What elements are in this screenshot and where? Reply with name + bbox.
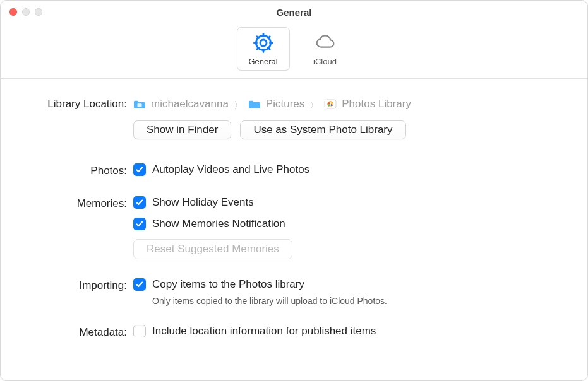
titlebar: General <box>1 1 587 23</box>
photos-app-icon <box>324 99 337 109</box>
show-in-finder-button[interactable]: Show in Finder <box>133 120 231 139</box>
checkbox-icon <box>133 218 146 230</box>
svg-point-0 <box>260 40 267 46</box>
checkbox-icon <box>133 163 146 176</box>
tab-general-label: General <box>248 57 277 66</box>
minimize-icon[interactable] <box>22 8 30 16</box>
importing-note: Only items copied to the library will up… <box>152 296 562 306</box>
chevron-right-icon: 〉 <box>309 100 319 110</box>
checkbox-notification-label: Show Memories Notification <box>152 218 285 230</box>
zoom-icon[interactable] <box>35 8 42 16</box>
checkbox-location-label: Include location information for publish… <box>152 325 376 337</box>
label-photos: Photos: <box>26 163 133 177</box>
tab-general[interactable]: General <box>237 27 290 71</box>
label-library-location: Library Location: <box>26 97 133 110</box>
checkbox-copy-label: Copy items to the Photos library <box>152 278 304 291</box>
checkbox-holiday-events[interactable]: Show Holiday Events <box>133 196 562 209</box>
window-title: General <box>277 7 312 18</box>
row-importing: Importing: Copy items to the Photos libr… <box>26 278 562 306</box>
folder-icon <box>248 99 261 109</box>
checkbox-holiday-label: Show Holiday Events <box>152 196 254 209</box>
svg-point-8 <box>331 104 333 106</box>
svg-rect-3 <box>325 100 336 108</box>
label-memories: Memories: <box>26 196 133 210</box>
traffic-lights <box>9 8 42 16</box>
breadcrumb: michaelcavanna 〉 Pictures 〉 <box>133 97 562 114</box>
gear-icon <box>252 32 275 54</box>
checkbox-memories-notification[interactable]: Show Memories Notification <box>133 218 562 230</box>
checkbox-include-location[interactable]: Include location information for publish… <box>133 325 562 337</box>
folder-home-icon <box>133 99 146 109</box>
checkbox-icon <box>133 325 146 337</box>
label-metadata: Metadata: <box>26 325 133 339</box>
chevron-right-icon: 〉 <box>234 100 243 110</box>
svg-point-1 <box>256 36 270 50</box>
checkbox-autoplay[interactable]: Autoplay Videos and Live Photos <box>133 163 562 176</box>
cloud-icon <box>314 32 337 54</box>
row-photos: Photos: Autoplay Videos and Live Photos <box>26 163 562 177</box>
tab-icloud-label: iCloud <box>313 57 337 66</box>
row-memories: Memories: Show Holiday Events Show Memor… <box>26 196 562 259</box>
row-metadata: Metadata: Include location information f… <box>26 325 562 339</box>
close-icon[interactable] <box>9 8 17 16</box>
content: Library Location: michaelcavanna 〉 <box>1 79 587 339</box>
svg-point-7 <box>328 104 330 106</box>
prefs-toolbar: General iCloud <box>1 23 587 79</box>
reset-suggested-memories-button[interactable]: Reset Suggested Memories <box>133 239 292 259</box>
checkbox-copy-items[interactable]: Copy items to the Photos library <box>133 278 562 291</box>
svg-point-6 <box>331 102 333 104</box>
checkbox-icon <box>133 278 146 291</box>
checkbox-autoplay-label: Autoplay Videos and Live Photos <box>152 163 309 176</box>
svg-point-5 <box>328 102 330 104</box>
svg-rect-2 <box>138 103 142 107</box>
breadcrumb-seg-2: Photos Library <box>342 98 411 110</box>
label-importing: Importing: <box>26 278 133 292</box>
breadcrumb-seg-1: Pictures <box>266 98 304 110</box>
row-library-location: Library Location: michaelcavanna 〉 <box>26 97 562 144</box>
use-as-system-library-button[interactable]: Use as System Photo Library <box>240 120 405 139</box>
checkbox-icon <box>133 196 146 209</box>
preferences-window: General General iCloud <box>0 0 588 381</box>
breadcrumb-seg-0: michaelcavanna <box>151 98 229 110</box>
tab-icloud[interactable]: iCloud <box>299 27 352 71</box>
